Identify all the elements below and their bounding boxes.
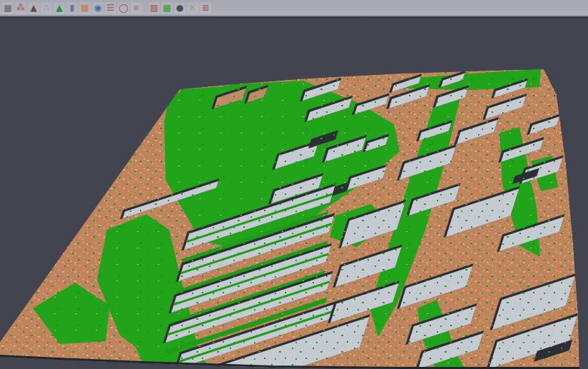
grid-overlay-icon[interactable]: ▨: [148, 2, 160, 14]
color-points-icon[interactable]: ⁂: [15, 2, 26, 14]
surface-model-icon[interactable]: ▲: [54, 2, 65, 14]
circle-select-icon[interactable]: ◯: [118, 2, 129, 14]
layer-stack-icon[interactable]: ☰: [105, 2, 116, 14]
globe-view-icon[interactable]: ◉: [92, 2, 103, 14]
point-cloud-scene: [0, 17, 588, 369]
classified-view-icon[interactable]: ▦: [161, 2, 173, 14]
main-toolbar: ▦⁂▲∴▲▮■◉☰◯⌗▨▦●✕≣: [0, 0, 588, 16]
region-select-icon[interactable]: ⌗: [131, 2, 142, 14]
legend-list-icon[interactable]: ≣: [200, 2, 211, 14]
ortho-image-icon[interactable]: ■: [79, 2, 91, 14]
tree-speckle: [0, 17, 588, 369]
bare-earth-icon[interactable]: ▲: [28, 2, 39, 14]
point-cloud-icon[interactable]: ∴: [41, 2, 52, 14]
viewport-top-shadow: [0, 17, 588, 19]
measure-icon[interactable]: ✕: [187, 2, 198, 14]
terrain-mesh: [0, 17, 588, 369]
snapshot-icon[interactable]: ●: [174, 2, 186, 14]
profile-view-icon[interactable]: ▮: [66, 2, 78, 14]
viewport-3d[interactable]: [0, 17, 588, 369]
toolbar-separator: [143, 2, 148, 14]
classify-tool-icon[interactable]: ▦: [2, 2, 14, 14]
